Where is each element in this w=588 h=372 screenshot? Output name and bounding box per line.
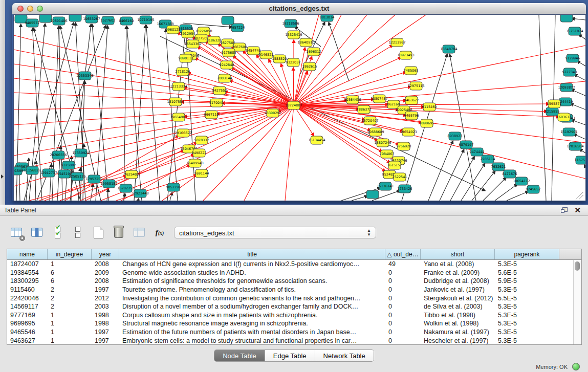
graph-node[interactable] <box>39 15 52 23</box>
table-cell[interactable]: 1 <box>48 329 92 336</box>
graph-node-cited[interactable]: 9322037 <box>286 58 301 67</box>
graph-node-cited[interactable]: 9463627 <box>404 96 419 104</box>
graph-node[interactable] <box>366 190 379 199</box>
graph-node[interactable]: 6879197 <box>459 141 474 149</box>
graph-node[interactable]: 19218586 <box>282 19 299 28</box>
graph-node-cited[interactable]: 10973493 <box>397 51 414 59</box>
graph-node-cited[interactable]: 8186328 <box>207 36 222 45</box>
table-cell[interactable]: 5.3E-5 <box>495 337 559 344</box>
table-cell[interactable]: 0 <box>385 329 421 336</box>
table-cell[interactable]: 22420046 <box>7 295 48 302</box>
table-cell[interactable]: Yano et al. (2008) <box>421 260 495 268</box>
table-cell[interactable]: 9699695 <box>7 320 48 327</box>
table-row[interactable]: 946362711997Embryonic stem cells: a mode… <box>7 336 581 345</box>
close-panel-icon[interactable]: ✕ <box>574 206 581 215</box>
graph-node-cited[interactable]: 2522541 <box>393 173 407 181</box>
panel-expander-icon[interactable] <box>1 174 4 179</box>
graph-node[interactable]: 20353346 <box>76 72 93 80</box>
table-cell[interactable]: Tibbo et al. (1998) <box>421 312 495 319</box>
graph-node-cited[interactable]: 12213967 <box>388 38 405 47</box>
graph-node-cited[interactable]: 16409948 <box>186 159 203 167</box>
graph-node-cited[interactable]: 9890113 <box>179 54 193 62</box>
table-cell[interactable]: 6 <box>48 277 92 285</box>
graph-node[interactable]: 9245652 <box>526 185 541 193</box>
graph-node-cited[interactable]: 18300295 <box>264 109 281 117</box>
graph-node-cited[interactable]: 9667110 <box>204 111 219 119</box>
table-cell[interactable]: Embryonic stem cells: a model to study s… <box>119 337 385 344</box>
memory-status-icon[interactable] <box>572 363 580 370</box>
graph-node-cited[interactable]: 8912954 <box>181 30 195 38</box>
column-header-year[interactable]: year <box>92 249 119 259</box>
scrollbar-thumb[interactable] <box>575 261 580 271</box>
table-cell[interactable]: 1998 <box>92 312 119 319</box>
table-cell[interactable]: Dudbridge et al. (2008) <box>421 277 495 285</box>
table-settings-icon[interactable] <box>9 225 24 239</box>
graph-node-cited[interactable]: 7084067 <box>380 150 395 158</box>
table-cell[interactable]: 0 <box>385 277 421 285</box>
table-cell[interactable]: 0 <box>385 312 421 319</box>
table-source-dropdown[interactable]: citations_edges.txt ▲▼ <box>174 227 376 238</box>
graph-node[interactable] <box>69 15 81 21</box>
table-row[interactable]: 1872400712008Changes of HCN gene express… <box>7 260 581 269</box>
table-cell[interactable]: 9465546 <box>7 329 48 336</box>
table-cell[interactable]: 9115460 <box>7 286 48 293</box>
graph-node[interactable]: 15136141 <box>377 182 394 190</box>
table-cell[interactable]: 0 <box>385 295 421 302</box>
table-cell[interactable]: 18300295 <box>7 277 48 285</box>
table-cell[interactable]: 5.5E-5 <box>495 295 559 302</box>
graph-node[interactable]: 11156829 <box>24 166 40 174</box>
graph-node-cited[interactable]: 9498222 <box>192 149 207 157</box>
graph-node[interactable]: 16648784 <box>440 45 457 53</box>
table-cell[interactable]: 0 <box>385 269 421 276</box>
graph-node[interactable]: 15192901 <box>560 128 577 136</box>
table-cell[interactable]: 1998 <box>92 320 119 327</box>
graph-node-cited[interactable]: 2718126 <box>176 68 190 76</box>
graph-node[interactable]: 7632621 <box>491 163 506 171</box>
table-cell[interactable]: 1 <box>48 312 92 319</box>
graph-node-cited[interactable]: 9756928 <box>397 142 411 150</box>
graph-node[interactable]: 2935114 <box>481 155 495 163</box>
table-cell[interactable]: 5.3E-5 <box>495 312 559 319</box>
graph-node-cited[interactable]: 12213334 <box>170 82 187 91</box>
table-cell[interactable]: 2003 <box>92 303 119 310</box>
tab-node-table[interactable]: Node Table <box>214 350 265 361</box>
column-header-title[interactable]: title <box>119 249 385 259</box>
graph-node-cited[interactable]: 19166827 <box>175 129 191 137</box>
table-cell[interactable]: 49 <box>385 260 421 268</box>
table-cell[interactable]: Genome-wide association studies in ADHD. <box>119 269 385 276</box>
table-cell[interactable]: 5.6E-5 <box>495 269 559 276</box>
graph-node[interactable]: 20691406 <box>50 17 67 25</box>
graph-node-cited[interactable]: 4170041 <box>209 99 224 107</box>
graph-node[interactable]: 9405572 <box>25 19 40 27</box>
table-cell[interactable]: 1997 <box>92 337 119 344</box>
delete-column-icon[interactable] <box>112 225 126 239</box>
graph-node-cited[interactable]: 1588520 <box>272 55 287 63</box>
graph-node[interactable]: 1733426 <box>398 185 412 193</box>
graph-node[interactable] <box>560 15 573 22</box>
graph-node-cited[interactable]: 19654923 <box>400 128 417 136</box>
graph-node-cited[interactable]: 9899695 <box>420 119 434 127</box>
table-cell[interactable]: 2008 <box>92 277 119 285</box>
graph-node-cited[interactable]: 20364436 <box>344 96 361 104</box>
graph-node[interactable]: 10653267 <box>83 15 100 23</box>
graph-node[interactable]: 1167533 <box>575 156 585 164</box>
graph-node-cited[interactable]: 1615152 <box>387 161 402 169</box>
table-row[interactable]: 1938455462009Genome-wide association stu… <box>7 269 581 277</box>
graph-node-cited[interactable]: 7886372 <box>357 105 372 114</box>
table-cell[interactable]: 5.3E-5 <box>495 303 559 310</box>
table-cell[interactable]: 2 <box>48 295 92 302</box>
column-header-out_de[interactable]: △ out_de… <box>385 249 421 259</box>
select-columns-icon[interactable] <box>50 225 64 239</box>
graph-node[interactable]: 15751074 <box>566 27 583 35</box>
graph-node-cited[interactable]: 12975115 <box>407 82 424 90</box>
tab-edge-table[interactable]: Edge Table <box>265 350 315 361</box>
table-cell[interactable]: 0 <box>385 286 421 293</box>
table-cell[interactable]: Estimation of significance thresholds fo… <box>119 277 385 285</box>
graph-node-cited[interactable]: 9175685 <box>222 49 236 57</box>
table-cell[interactable]: Investigating the contribution of common… <box>119 295 385 302</box>
table-cell[interactable]: 5.3E-5 <box>495 286 559 293</box>
table-cell[interactable]: 6 <box>48 269 92 276</box>
graph-node-cited[interactable]: 15134454 <box>308 136 325 144</box>
table-cell[interactable]: 9777169 <box>7 312 48 319</box>
table-cell[interactable]: 0 <box>385 337 421 344</box>
